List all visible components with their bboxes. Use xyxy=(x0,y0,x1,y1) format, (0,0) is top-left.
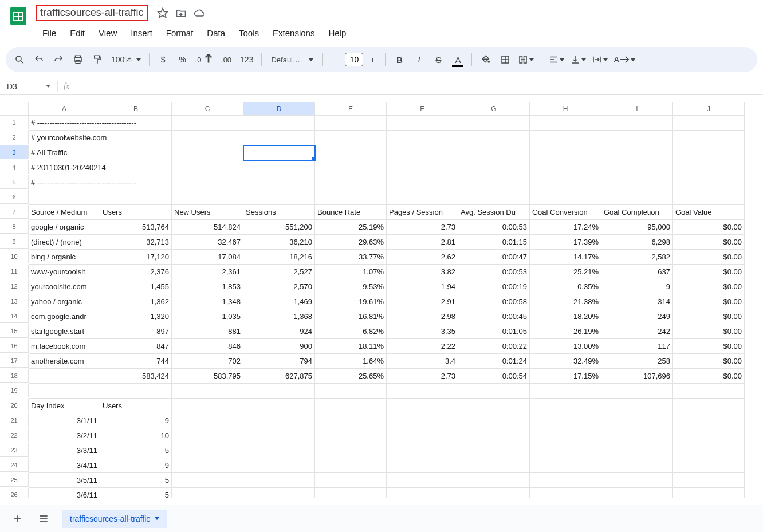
cell[interactable]: 0:00:47 xyxy=(458,250,530,265)
menu-edit[interactable]: Edit xyxy=(64,25,91,41)
cell[interactable]: 702 xyxy=(172,354,243,369)
cell[interactable]: 0:00:22 xyxy=(458,339,530,354)
cell[interactable] xyxy=(673,190,745,205)
print-icon[interactable] xyxy=(69,50,87,69)
cell[interactable]: 5 xyxy=(100,443,172,458)
text-rotation-button[interactable]: A xyxy=(611,50,637,69)
cell[interactable] xyxy=(458,473,530,488)
cell[interactable] xyxy=(172,145,243,160)
cell[interactable] xyxy=(601,458,673,473)
cell[interactable]: 637 xyxy=(601,265,673,279)
cell[interactable] xyxy=(530,473,601,488)
name-box[interactable]: D3 xyxy=(0,82,57,91)
cell[interactable]: 1,320 xyxy=(100,309,172,324)
cell[interactable]: $0.00 xyxy=(673,339,745,354)
cell[interactable]: New Users xyxy=(172,205,243,220)
add-sheet-button[interactable] xyxy=(9,511,25,527)
cell[interactable] xyxy=(673,175,745,190)
sheet-tab[interactable]: trafficsources-all-traffic xyxy=(62,510,167,528)
cell[interactable] xyxy=(601,190,673,205)
cell[interactable] xyxy=(243,116,315,131)
cell[interactable] xyxy=(387,131,458,145)
cell[interactable] xyxy=(601,384,673,399)
column-header[interactable]: J xyxy=(673,102,745,116)
zoom-select[interactable]: 100% xyxy=(108,50,144,69)
cell[interactable]: 794 xyxy=(243,354,315,369)
cell[interactable] xyxy=(315,116,387,131)
cell[interactable] xyxy=(243,190,315,205)
cell[interactable]: 2,376 xyxy=(100,265,172,279)
cell[interactable]: 924 xyxy=(243,324,315,339)
cell[interactable] xyxy=(172,131,243,145)
cell[interactable] xyxy=(100,160,172,175)
cell[interactable]: 9.53% xyxy=(315,279,387,294)
cell[interactable]: Bounce Rate xyxy=(315,205,387,220)
text-wrap-button[interactable] xyxy=(589,50,610,69)
menu-data[interactable]: Data xyxy=(201,25,231,41)
cell[interactable] xyxy=(387,473,458,488)
cell[interactable] xyxy=(172,458,243,473)
cell[interactable] xyxy=(387,443,458,458)
cell[interactable] xyxy=(458,399,530,413)
vertical-align-button[interactable] xyxy=(568,50,588,69)
cell[interactable] xyxy=(458,384,530,399)
cell[interactable] xyxy=(387,458,458,473)
cell[interactable] xyxy=(387,488,458,498)
column-header[interactable]: B xyxy=(100,102,172,116)
cell[interactable] xyxy=(601,443,673,458)
cell[interactable] xyxy=(387,190,458,205)
cell[interactable]: Users xyxy=(100,205,172,220)
cell[interactable]: 0:00:53 xyxy=(458,220,530,235)
cell[interactable]: 551,200 xyxy=(243,220,315,235)
horizontal-align-button[interactable] xyxy=(546,50,567,69)
column-header[interactable]: H xyxy=(530,102,601,116)
cell[interactable] xyxy=(243,131,315,145)
menu-tools[interactable]: Tools xyxy=(233,25,265,41)
chevron-down-icon[interactable] xyxy=(155,517,159,520)
row-header[interactable]: 14 xyxy=(0,309,29,323)
cell[interactable]: 32,713 xyxy=(100,235,172,250)
cell[interactable]: 17.15% xyxy=(530,369,601,384)
cell[interactable]: 2,582 xyxy=(601,250,673,265)
cell[interactable]: $0.00 xyxy=(673,279,745,294)
cell[interactable] xyxy=(530,131,601,145)
cell[interactable] xyxy=(530,175,601,190)
cell[interactable]: 33.77% xyxy=(315,250,387,265)
cell[interactable]: 1,348 xyxy=(172,294,243,309)
increase-decimal-button[interactable]: .00 xyxy=(217,50,235,69)
cell[interactable]: $0.00 xyxy=(673,369,745,384)
cell[interactable] xyxy=(243,488,315,498)
cell[interactable]: 18.20% xyxy=(530,309,601,324)
cell[interactable] xyxy=(673,428,745,443)
column-header[interactable]: A xyxy=(29,102,100,116)
cell[interactable] xyxy=(601,399,673,413)
cell[interactable]: yahoo / organic xyxy=(29,294,100,309)
paint-format-icon[interactable] xyxy=(88,50,107,69)
cell[interactable]: 9 xyxy=(601,279,673,294)
increase-font-button[interactable]: + xyxy=(364,52,380,68)
cell[interactable] xyxy=(172,443,243,458)
column-header[interactable]: G xyxy=(458,102,530,116)
document-title[interactable]: trafficsources-all-traffic xyxy=(36,5,148,21)
row-header[interactable]: 11 xyxy=(0,265,29,278)
cell[interactable]: 3/5/11 xyxy=(29,473,100,488)
cell[interactable] xyxy=(673,413,745,428)
cell[interactable]: Pages / Session xyxy=(387,205,458,220)
column-header[interactable]: I xyxy=(601,102,673,116)
menu-extensions[interactable]: Extensions xyxy=(267,25,320,41)
cell[interactable]: $0.00 xyxy=(673,250,745,265)
cell[interactable]: www-yourcoolsit xyxy=(29,265,100,279)
cell[interactable]: 1.07% xyxy=(315,265,387,279)
cell[interactable] xyxy=(243,384,315,399)
all-sheets-button[interactable] xyxy=(36,511,52,527)
cell[interactable] xyxy=(243,399,315,413)
row-header[interactable]: 1 xyxy=(0,116,29,129)
cell[interactable]: 3.4 xyxy=(387,354,458,369)
cell[interactable] xyxy=(387,384,458,399)
cell[interactable]: $0.00 xyxy=(673,235,745,250)
row-header[interactable]: 10 xyxy=(0,250,29,263)
cell[interactable] xyxy=(315,160,387,175)
cell[interactable] xyxy=(315,190,387,205)
cell[interactable] xyxy=(387,116,458,131)
cell[interactable] xyxy=(458,413,530,428)
